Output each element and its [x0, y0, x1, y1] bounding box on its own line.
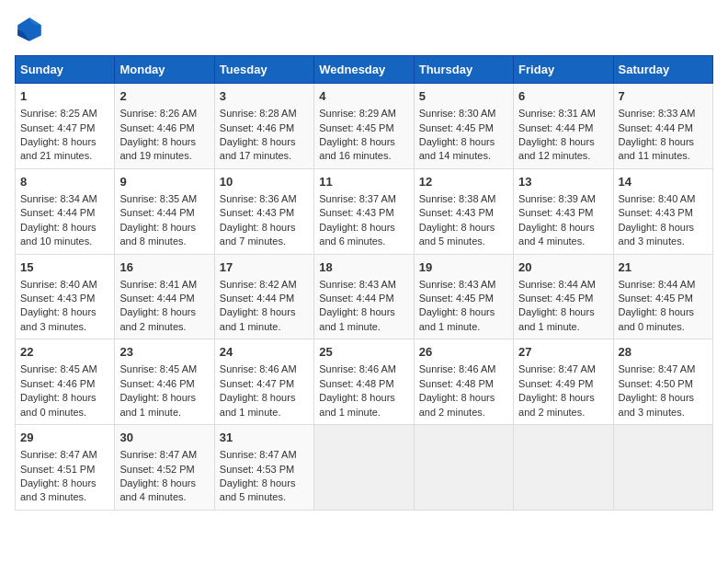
day-info: Sunrise: 8:28 AMSunset: 4:46 PMDaylight:… [220, 108, 297, 161]
calendar-cell: 9Sunrise: 8:35 AMSunset: 4:44 PMDaylight… [115, 168, 214, 254]
day-number: 26 [419, 344, 508, 361]
day-info: Sunrise: 8:37 AMSunset: 4:43 PMDaylight:… [319, 193, 396, 247]
day-info: Sunrise: 8:29 AMSunset: 4:45 PMDaylight:… [319, 108, 396, 161]
day-number: 16 [119, 259, 209, 276]
calendar-cell: 6Sunrise: 8:31 AMSunset: 4:44 PMDaylight… [514, 84, 613, 169]
calendar-cell: 13Sunrise: 8:39 AMSunset: 4:43 PMDayligh… [514, 168, 613, 254]
calendar-week-row: 29Sunrise: 8:47 AMSunset: 4:51 PMDayligh… [16, 425, 713, 511]
calendar-cell: 29Sunrise: 8:47 AMSunset: 4:51 PMDayligh… [16, 425, 115, 511]
logo [15, 15, 48, 44]
day-number: 4 [319, 88, 408, 105]
day-info: Sunrise: 8:41 AMSunset: 4:44 PMDaylight:… [119, 279, 197, 332]
day-number: 25 [319, 344, 408, 361]
day-info: Sunrise: 8:40 AMSunset: 4:43 PMDaylight:… [619, 193, 696, 247]
day-info: Sunrise: 8:47 AMSunset: 4:50 PMDaylight:… [619, 363, 696, 417]
day-info: Sunrise: 8:38 AMSunset: 4:43 PMDaylight:… [419, 193, 496, 247]
calendar-cell: 21Sunrise: 8:44 AMSunset: 4:45 PMDayligh… [613, 254, 712, 339]
day-number: 18 [319, 259, 408, 276]
day-number: 2 [119, 88, 209, 105]
day-number: 6 [518, 88, 608, 105]
calendar-cell: 2Sunrise: 8:26 AMSunset: 4:46 PMDaylight… [115, 84, 214, 169]
page-header [15, 15, 713, 44]
calendar-cell: 20Sunrise: 8:44 AMSunset: 4:45 PMDayligh… [514, 254, 613, 339]
calendar-header-row: SundayMondayTuesdayWednesdayThursdayFrid… [16, 56, 713, 84]
calendar-cell: 11Sunrise: 8:37 AMSunset: 4:43 PMDayligh… [314, 168, 414, 254]
calendar-cell: 5Sunrise: 8:30 AMSunset: 4:45 PMDaylight… [414, 84, 513, 169]
calendar-cell: 28Sunrise: 8:47 AMSunset: 4:50 PMDayligh… [613, 339, 712, 425]
calendar-cell: 27Sunrise: 8:47 AMSunset: 4:49 PMDayligh… [514, 339, 613, 425]
calendar-cell: 18Sunrise: 8:43 AMSunset: 4:44 PMDayligh… [314, 254, 414, 339]
calendar-cell: 12Sunrise: 8:38 AMSunset: 4:43 PMDayligh… [414, 168, 513, 254]
day-number: 8 [20, 174, 109, 190]
day-info: Sunrise: 8:46 AMSunset: 4:48 PMDaylight:… [419, 363, 496, 417]
day-number: 13 [518, 174, 608, 190]
day-info: Sunrise: 8:47 AMSunset: 4:51 PMDaylight:… [20, 449, 97, 502]
calendar-cell: 19Sunrise: 8:43 AMSunset: 4:45 PMDayligh… [414, 254, 513, 339]
day-header-sunday: Sunday [16, 56, 115, 84]
calendar-cell [514, 425, 613, 511]
calendar-cell [314, 425, 414, 511]
day-info: Sunrise: 8:47 AMSunset: 4:52 PMDaylight:… [119, 449, 197, 502]
calendar-cell [613, 425, 712, 511]
day-info: Sunrise: 8:30 AMSunset: 4:45 PMDaylight:… [419, 108, 496, 161]
day-number: 12 [419, 174, 508, 190]
calendar-week-row: 8Sunrise: 8:34 AMSunset: 4:44 PMDaylight… [16, 168, 713, 254]
calendar-cell: 7Sunrise: 8:33 AMSunset: 4:44 PMDaylight… [613, 84, 712, 169]
calendar-cell: 17Sunrise: 8:42 AMSunset: 4:44 PMDayligh… [214, 254, 313, 339]
day-number: 28 [619, 344, 708, 361]
calendar-week-row: 22Sunrise: 8:45 AMSunset: 4:46 PMDayligh… [16, 339, 713, 425]
calendar-cell: 10Sunrise: 8:36 AMSunset: 4:43 PMDayligh… [214, 168, 313, 254]
day-info: Sunrise: 8:45 AMSunset: 4:46 PMDaylight:… [20, 363, 97, 417]
calendar-table: SundayMondayTuesdayWednesdayThursdayFrid… [15, 55, 713, 511]
day-number: 7 [619, 88, 708, 105]
calendar-cell: 8Sunrise: 8:34 AMSunset: 4:44 PMDaylight… [16, 168, 115, 254]
day-info: Sunrise: 8:39 AMSunset: 4:43 PMDaylight:… [518, 193, 596, 247]
day-info: Sunrise: 8:25 AMSunset: 4:47 PMDaylight:… [20, 108, 97, 161]
day-number: 27 [518, 344, 608, 361]
calendar-cell: 14Sunrise: 8:40 AMSunset: 4:43 PMDayligh… [613, 168, 712, 254]
day-number: 29 [20, 430, 109, 446]
logo-icon [15, 15, 44, 44]
day-number: 11 [319, 174, 408, 190]
day-info: Sunrise: 8:36 AMSunset: 4:43 PMDaylight:… [220, 193, 297, 247]
day-info: Sunrise: 8:44 AMSunset: 4:45 PMDaylight:… [619, 279, 696, 332]
day-number: 21 [619, 259, 708, 276]
calendar-cell: 3Sunrise: 8:28 AMSunset: 4:46 PMDaylight… [214, 84, 313, 169]
day-info: Sunrise: 8:44 AMSunset: 4:45 PMDaylight:… [518, 279, 596, 332]
calendar-cell: 23Sunrise: 8:45 AMSunset: 4:46 PMDayligh… [115, 339, 214, 425]
day-header-friday: Friday [514, 56, 613, 84]
day-number: 3 [220, 88, 309, 105]
day-info: Sunrise: 8:33 AMSunset: 4:44 PMDaylight:… [619, 108, 696, 161]
day-info: Sunrise: 8:26 AMSunset: 4:46 PMDaylight:… [119, 108, 197, 161]
calendar-cell: 24Sunrise: 8:46 AMSunset: 4:47 PMDayligh… [214, 339, 313, 425]
calendar-cell [414, 425, 513, 511]
day-info: Sunrise: 8:40 AMSunset: 4:43 PMDaylight:… [20, 279, 97, 332]
day-info: Sunrise: 8:34 AMSunset: 4:44 PMDaylight:… [20, 193, 97, 247]
calendar-cell: 16Sunrise: 8:41 AMSunset: 4:44 PMDayligh… [115, 254, 214, 339]
day-number: 30 [119, 430, 209, 446]
calendar-cell: 1Sunrise: 8:25 AMSunset: 4:47 PMDaylight… [16, 84, 115, 169]
day-header-thursday: Thursday [414, 56, 513, 84]
day-number: 1 [20, 88, 109, 105]
day-info: Sunrise: 8:43 AMSunset: 4:45 PMDaylight:… [419, 279, 496, 332]
day-number: 17 [220, 259, 309, 276]
day-number: 24 [220, 344, 309, 361]
svg-marker-0 [17, 17, 41, 41]
day-info: Sunrise: 8:47 AMSunset: 4:53 PMDaylight:… [220, 449, 297, 502]
day-number: 19 [419, 259, 508, 276]
day-number: 20 [518, 259, 608, 276]
day-header-saturday: Saturday [613, 56, 712, 84]
day-number: 23 [119, 344, 209, 361]
day-number: 5 [419, 88, 508, 105]
day-info: Sunrise: 8:42 AMSunset: 4:44 PMDaylight:… [220, 279, 297, 332]
calendar-cell: 30Sunrise: 8:47 AMSunset: 4:52 PMDayligh… [115, 425, 214, 511]
day-info: Sunrise: 8:35 AMSunset: 4:44 PMDaylight:… [119, 193, 197, 247]
day-number: 10 [220, 174, 309, 190]
day-header-monday: Monday [115, 56, 214, 84]
day-info: Sunrise: 8:46 AMSunset: 4:47 PMDaylight:… [220, 363, 297, 417]
calendar-week-row: 1Sunrise: 8:25 AMSunset: 4:47 PMDaylight… [16, 84, 713, 169]
day-info: Sunrise: 8:47 AMSunset: 4:49 PMDaylight:… [518, 363, 596, 417]
calendar-cell: 31Sunrise: 8:47 AMSunset: 4:53 PMDayligh… [214, 425, 313, 511]
day-number: 14 [619, 174, 708, 190]
day-number: 31 [220, 430, 309, 446]
